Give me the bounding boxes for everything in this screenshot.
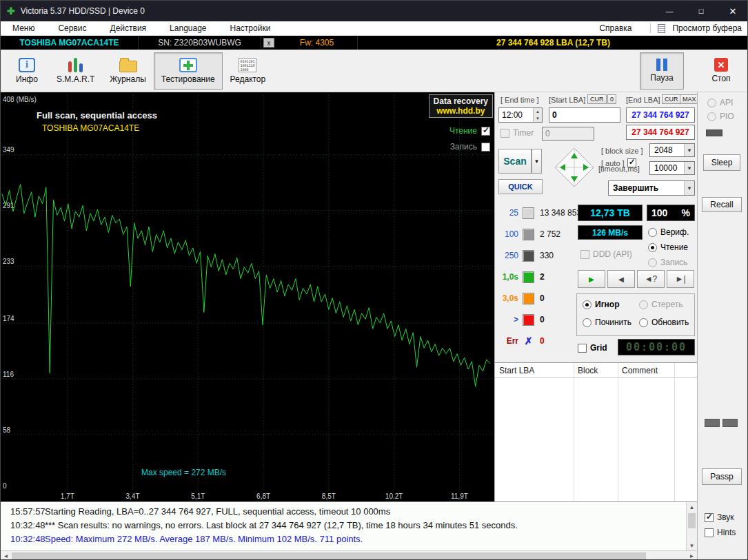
- ignore-radio-row[interactable]: Игнор: [583, 300, 620, 309]
- end-time-spinner[interactable]: 12:00 ▲▼: [498, 107, 543, 123]
- verify-radio-row[interactable]: Вериф.: [648, 227, 689, 237]
- read-mode-label: Чтение: [660, 242, 688, 252]
- stop-button[interactable]: ✕ Стоп: [699, 52, 743, 90]
- seek-end-button[interactable]: ►|: [667, 270, 694, 288]
- refresh-radio[interactable]: [639, 318, 648, 327]
- sound-checkbox[interactable]: [705, 513, 714, 522]
- ignore-radio[interactable]: [583, 300, 592, 309]
- watermark-line1: Data recovery: [434, 96, 488, 106]
- menu-item-service[interactable]: Сервис: [46, 23, 98, 33]
- device-firmware: Fw: 4305: [276, 36, 358, 50]
- grid-label: Grid: [590, 343, 607, 353]
- repair-radio-row[interactable]: Починить: [583, 318, 631, 327]
- api-radio-row[interactable]: API: [707, 98, 733, 107]
- read-checkbox[interactable]: [481, 127, 490, 136]
- stat-value: 0: [540, 336, 545, 346]
- repair-radio[interactable]: [583, 318, 592, 327]
- smart-button[interactable]: S.M.A.R.T: [49, 52, 102, 90]
- logs-button[interactable]: Журналы: [102, 52, 153, 90]
- start-lba-input[interactable]: 0: [549, 107, 620, 123]
- window-title: Victoria 5.37 HDD/SSD | Device 0: [21, 6, 145, 16]
- hints-row[interactable]: Hints: [705, 528, 736, 537]
- start-lba-zero-button[interactable]: 0: [607, 94, 616, 104]
- play-button[interactable]: ►: [578, 270, 605, 288]
- mini-button-1[interactable]: [705, 419, 720, 427]
- refresh-radio-row[interactable]: Обновить: [639, 318, 689, 327]
- verify-radio[interactable]: [648, 228, 657, 237]
- navigation-pad[interactable]: [553, 146, 596, 189]
- log-vertical-scrollbar[interactable]: ▲ ▼: [686, 502, 697, 551]
- erase-radio[interactable]: [639, 300, 648, 309]
- block-size-select[interactable]: 2048 ▼: [649, 143, 695, 157]
- close-button[interactable]: ✕: [717, 1, 748, 21]
- quick-button[interactable]: QUICK: [498, 179, 543, 194]
- write-radio-row[interactable]: Запись: [648, 258, 687, 267]
- scan-button[interactable]: Scan: [498, 149, 532, 174]
- end-time-spin-arrows[interactable]: ▲▼: [533, 108, 542, 122]
- start-lba-cur-button[interactable]: CUR: [587, 94, 607, 104]
- erase-radio-row[interactable]: Стереть: [639, 300, 683, 309]
- mini-button-2[interactable]: [722, 419, 738, 427]
- device-tab-close-button[interactable]: x: [263, 38, 274, 48]
- scroll-down-icon[interactable]: ▼: [687, 541, 697, 551]
- scroll-up-icon[interactable]: ▲: [687, 502, 697, 512]
- menu-item-actions[interactable]: Действия: [99, 23, 159, 33]
- stat-value: 0: [540, 315, 545, 324]
- read-radio[interactable]: [648, 243, 657, 252]
- timer-input[interactable]: 0: [542, 127, 594, 141]
- menu-item-settings[interactable]: Настройки: [219, 23, 283, 33]
- log-horizontal-scrollbar[interactable]: ◄ ►: [1, 550, 697, 560]
- scroll-right-icon[interactable]: ►: [687, 551, 697, 560]
- finish-select[interactable]: Завершить ▼: [608, 180, 695, 196]
- ddd-row[interactable]: DDD (API): [580, 249, 632, 259]
- hex-editor-icon: 010110110011101000: [239, 58, 256, 72]
- minimize-button[interactable]: —: [654, 1, 685, 21]
- svg-text:8,5T: 8,5T: [322, 492, 336, 500]
- passp-button[interactable]: Passp: [702, 468, 742, 485]
- grid-row[interactable]: Grid: [578, 343, 607, 353]
- ddd-checkbox[interactable]: [580, 250, 589, 259]
- maximize-button[interactable]: □: [685, 1, 717, 21]
- timeout-select[interactable]: 10000 ▼: [649, 161, 695, 175]
- end-lba-cur-button[interactable]: CUR: [662, 94, 681, 104]
- victoria-app-window: ✚ Victoria 5.37 HDD/SSD | Device 0 — □ ✕…: [0, 0, 748, 560]
- info-button[interactable]: i Инфо: [5, 52, 49, 90]
- menu-item-menu[interactable]: Меню: [1, 23, 46, 33]
- sleep-button[interactable]: Sleep: [703, 154, 740, 171]
- defect-table[interactable]: Start LBA Block Comment: [495, 362, 698, 501]
- recall-button[interactable]: Recall: [702, 197, 742, 212]
- watermark-line2: www.hdd.by: [434, 106, 488, 116]
- pio-radio-row[interactable]: PIO: [707, 112, 734, 121]
- device-model[interactable]: TOSHIBA MG07ACA14TE: [1, 36, 139, 50]
- scrollbar-thumb[interactable]: [12, 552, 646, 559]
- seek-question-button[interactable]: ◄?: [637, 270, 665, 288]
- api-radio[interactable]: [707, 98, 716, 107]
- testing-button[interactable]: Тестирование: [154, 52, 223, 90]
- step-back-button[interactable]: ◄: [607, 270, 635, 288]
- write-radio[interactable]: [648, 258, 657, 267]
- pause-button-label: Пауза: [650, 73, 673, 83]
- write-checkbox[interactable]: [481, 143, 490, 152]
- pause-button[interactable]: Пауза: [640, 52, 684, 90]
- scroll-left-icon[interactable]: ◄: [1, 551, 11, 560]
- read-radio-row[interactable]: Чтение: [648, 242, 688, 252]
- menu-item-language[interactable]: Language: [158, 23, 218, 33]
- editor-button[interactable]: 010110110011101000 Редактор: [223, 52, 274, 90]
- log-time: 15:57:57: [1, 506, 45, 517]
- menu-item-help[interactable]: Справка: [587, 23, 643, 33]
- info-button-label: Инфо: [16, 74, 38, 84]
- scan-dropdown-button[interactable]: ▼: [532, 149, 542, 174]
- hints-checkbox[interactable]: [705, 528, 714, 537]
- menu-item-buffer-view[interactable]: Просмотр буфера: [672, 23, 742, 33]
- end-lba-max-button[interactable]: MAX: [680, 94, 699, 104]
- grid-checkbox[interactable]: [578, 344, 587, 353]
- write-legend-row: Запись: [450, 142, 490, 152]
- sound-row[interactable]: Звук: [705, 512, 734, 522]
- column-block: Block: [574, 366, 618, 375]
- svg-text:11,9T: 11,9T: [451, 492, 468, 500]
- scrollbar-thumb[interactable]: [688, 513, 696, 528]
- timer-checkbox[interactable]: [501, 129, 509, 138]
- pio-radio[interactable]: [707, 112, 716, 121]
- end-lba-value[interactable]: 27 344 764 927: [626, 107, 695, 123]
- device-capacity: 27 344 764 928 LBA (12,7 ТВ): [358, 36, 748, 50]
